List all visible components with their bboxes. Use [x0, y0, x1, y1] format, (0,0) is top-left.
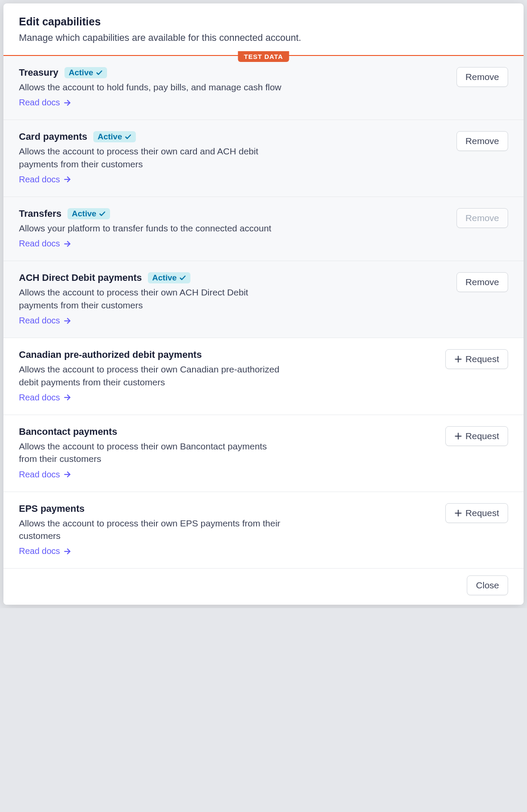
- read-docs-label: Read docs: [19, 98, 60, 108]
- capability-name: Treasury: [19, 67, 58, 78]
- read-docs-label: Read docs: [19, 546, 60, 556]
- capability-name: Card payments: [19, 131, 87, 142]
- read-docs-link[interactable]: Read docs: [19, 393, 71, 403]
- capability-main: ACH Direct Debit paymentsActiveAllows th…: [19, 272, 446, 326]
- capability-name: EPS payments: [19, 503, 85, 514]
- plus-icon: [454, 432, 462, 440]
- arrow-right-icon: [64, 547, 71, 555]
- read-docs-link[interactable]: Read docs: [19, 470, 71, 480]
- capability-title-row: EPS payments: [19, 503, 435, 514]
- read-docs-label: Read docs: [19, 239, 60, 249]
- remove-button[interactable]: Remove: [457, 272, 508, 292]
- capabilities-list: TreasuryActiveAllows the account to hold…: [3, 56, 524, 569]
- arrow-right-icon: [64, 471, 71, 478]
- capability-title-row: TransfersActive: [19, 208, 446, 219]
- capability-main: Bancontact paymentsAllows the account to…: [19, 426, 435, 480]
- remove-button-label: Remove: [466, 72, 499, 82]
- check-icon: [179, 274, 186, 281]
- capability-main: Canadian pre-authorized debit paymentsAl…: [19, 349, 435, 403]
- capability-row: ACH Direct Debit paymentsActiveAllows th…: [3, 261, 524, 338]
- arrow-right-icon: [64, 99, 71, 107]
- active-badge-label: Active: [72, 209, 96, 218]
- arrow-right-icon: [64, 317, 71, 325]
- arrow-right-icon: [64, 240, 71, 248]
- dialog-header: Edit capabilities Manage which capabilit…: [3, 3, 524, 56]
- read-docs-label: Read docs: [19, 175, 60, 185]
- remove-button-label: Remove: [466, 136, 499, 146]
- request-button-label: Request: [466, 508, 499, 518]
- active-badge: Active: [67, 208, 110, 219]
- capability-description: Allows the account to process their own …: [19, 363, 285, 388]
- remove-button[interactable]: Remove: [457, 131, 508, 151]
- remove-button-label: Remove: [466, 277, 499, 287]
- edit-capabilities-dialog: Edit capabilities Manage which capabilit…: [3, 3, 524, 605]
- request-button-label: Request: [466, 354, 499, 364]
- active-badge: Active: [93, 131, 136, 142]
- read-docs-link[interactable]: Read docs: [19, 316, 71, 326]
- request-button-label: Request: [466, 431, 499, 441]
- read-docs-link[interactable]: Read docs: [19, 239, 71, 249]
- close-button[interactable]: Close: [467, 575, 508, 595]
- capability-title-row: Canadian pre-authorized debit payments: [19, 349, 435, 360]
- capability-main: TransfersActiveAllows your platform to t…: [19, 208, 446, 249]
- capability-description: Allows the account to process their own …: [19, 286, 285, 311]
- plus-icon: [454, 509, 462, 517]
- request-button[interactable]: Request: [445, 426, 508, 446]
- capability-row: Canadian pre-authorized debit paymentsAl…: [3, 338, 524, 415]
- capability-row: Card paymentsActiveAllows the account to…: [3, 120, 524, 197]
- remove-button[interactable]: Remove: [457, 67, 508, 87]
- capability-main: EPS paymentsAllows the account to proces…: [19, 503, 435, 557]
- active-badge: Active: [148, 272, 190, 283]
- remove-button-label: Remove: [466, 213, 499, 223]
- capability-name: Bancontact payments: [19, 426, 117, 437]
- check-icon: [99, 210, 106, 217]
- capability-description: Allows your platform to transfer funds t…: [19, 222, 285, 234]
- read-docs-label: Read docs: [19, 316, 60, 326]
- read-docs-link[interactable]: Read docs: [19, 546, 71, 556]
- arrow-right-icon: [64, 175, 71, 183]
- capability-title-row: Bancontact payments: [19, 426, 435, 437]
- capability-name: Canadian pre-authorized debit payments: [19, 349, 202, 360]
- remove-button: Remove: [457, 208, 508, 228]
- request-button[interactable]: Request: [445, 349, 508, 369]
- dialog-footer: Close: [3, 569, 524, 605]
- capability-title-row: Card paymentsActive: [19, 131, 446, 142]
- capability-title-row: ACH Direct Debit paymentsActive: [19, 272, 446, 283]
- read-docs-link[interactable]: Read docs: [19, 98, 71, 108]
- capability-description: Allows the account to hold funds, pay bi…: [19, 81, 285, 93]
- capability-description: Allows the account to process their own …: [19, 517, 285, 542]
- capability-title-row: TreasuryActive: [19, 67, 446, 78]
- capability-description: Allows the account to process their own …: [19, 145, 285, 170]
- capability-row: EPS paymentsAllows the account to proces…: [3, 492, 524, 569]
- read-docs-link[interactable]: Read docs: [19, 175, 71, 185]
- read-docs-label: Read docs: [19, 393, 60, 403]
- active-badge: Active: [64, 67, 107, 78]
- plus-icon: [454, 355, 462, 363]
- active-badge-label: Active: [152, 273, 177, 283]
- capability-name: Transfers: [19, 208, 61, 219]
- dialog-subtitle: Manage which capabilities are available …: [19, 31, 508, 45]
- capability-main: TreasuryActiveAllows the account to hold…: [19, 67, 446, 108]
- active-badge-label: Active: [69, 68, 93, 77]
- dialog-title: Edit capabilities: [19, 15, 508, 28]
- active-badge-label: Active: [98, 132, 122, 141]
- check-icon: [96, 69, 103, 76]
- capability-name: ACH Direct Debit payments: [19, 272, 142, 283]
- check-icon: [125, 133, 132, 140]
- read-docs-label: Read docs: [19, 470, 60, 480]
- capability-main: Card paymentsActiveAllows the account to…: [19, 131, 446, 185]
- capability-row: TransfersActiveAllows your platform to t…: [3, 197, 524, 261]
- test-data-badge: TEST DATA: [238, 51, 289, 62]
- request-button[interactable]: Request: [445, 503, 508, 523]
- capability-row: TreasuryActiveAllows the account to hold…: [3, 56, 524, 120]
- capability-description: Allows the account to process their own …: [19, 440, 285, 465]
- capability-row: Bancontact paymentsAllows the account to…: [3, 415, 524, 492]
- arrow-right-icon: [64, 394, 71, 401]
